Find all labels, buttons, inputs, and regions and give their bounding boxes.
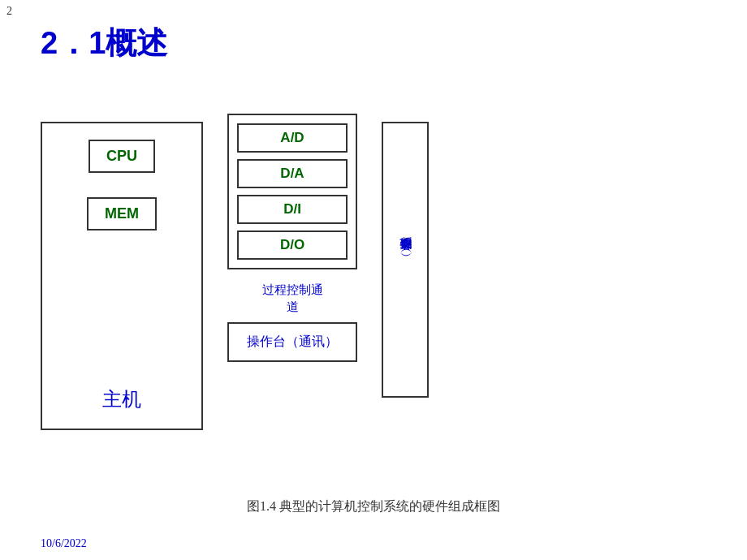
date-label: 10/6/2022 <box>41 537 87 550</box>
do-box: D/O <box>237 230 348 260</box>
ad-box: A/D <box>237 123 348 153</box>
console-box: 操作台（通讯） <box>227 322 357 362</box>
diagram-container: CPU MEM 主机 A/D D/A D/I D/O 过程控制通道 操作台（通讯… <box>41 114 723 430</box>
channel-label: 过程控制通道 <box>262 282 323 316</box>
page-number: 2 <box>6 5 12 18</box>
host-label: 主机 <box>102 386 141 412</box>
di-box: D/I <box>237 195 348 224</box>
channel-box: A/D D/A D/I D/O <box>227 114 357 269</box>
page-title: 2．1概述 <box>41 23 167 64</box>
right-box: 故障诊断参（略） <box>382 122 429 398</box>
host-box: CPU MEM 主机 <box>41 122 203 430</box>
diagram-caption: 图1.4 典型的计算机控制系统的硬件组成框图 <box>0 498 747 515</box>
cpu-box: CPU <box>89 140 155 173</box>
middle-section: A/D D/A D/I D/O 过程控制通道 操作台（通讯） <box>227 114 357 362</box>
da-box: D/A <box>237 159 348 188</box>
mem-box: MEM <box>87 197 157 230</box>
